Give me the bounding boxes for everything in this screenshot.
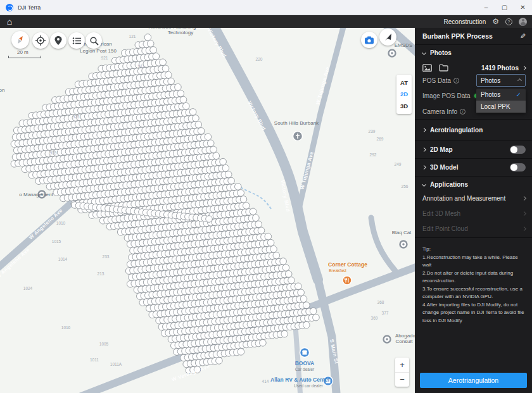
- app-bar: ⌂ Reconstruction ⚙ ?: [0, 15, 532, 28]
- pos-data-menu: Photos ✓ Local PPK: [476, 89, 526, 113]
- compass-icon: [15, 34, 26, 46]
- house-number: 911: [138, 64, 145, 68]
- minimize-button[interactable]: –: [477, 0, 495, 15]
- house-number: 1014: [58, 257, 68, 261]
- map-scale-bar: [8, 56, 41, 58]
- house-number: 256: [402, 184, 408, 189]
- section-aerotriangulation[interactable]: Aerotriangulation: [415, 120, 532, 140]
- view-mode-3d[interactable]: 3D: [400, 103, 408, 109]
- tip-title: Tip:: [422, 246, 527, 254]
- compass-button[interactable]: [11, 31, 29, 49]
- settings-gear-icon[interactable]: ⚙: [492, 18, 499, 25]
- section-label: 2D Map: [430, 146, 453, 153]
- poi-label: BOOVA: [295, 360, 315, 366]
- section-label: Aerotriangulation: [430, 127, 483, 134]
- section-3d-model[interactable]: 3D Model: [415, 159, 532, 176]
- house-number: 1015: [52, 239, 61, 244]
- info-icon[interactable]: i: [460, 109, 466, 115]
- house-number: 1011: [90, 358, 99, 362]
- tip-line: 3.To ensure successful reconstruction, u…: [422, 285, 527, 301]
- image-icon[interactable]: [422, 64, 432, 72]
- chevron-right-icon: [422, 165, 426, 170]
- dji-terra-logo-icon: [6, 4, 13, 11]
- chevron-right-icon: [522, 196, 526, 200]
- reconstruction-panel: Burbank PPK Process ✎ Photos 1419 Photos…: [415, 28, 532, 393]
- search-icon: [89, 36, 99, 46]
- house-number: 369: [371, 316, 378, 320]
- option-photos[interactable]: Photos ✓: [476, 89, 526, 101]
- poi-label: Legion Post 150: [80, 48, 117, 54]
- view-mode-2d[interactable]: 2D: [400, 90, 408, 97]
- title-bar: DJI Terra – ▢ ✕: [0, 0, 532, 15]
- pos-data-label: POS Data: [422, 77, 451, 84]
- poi-label: Breakfast: [329, 268, 346, 273]
- zoom-out-button[interactable]: −: [395, 373, 409, 387]
- zoom-in-button[interactable]: +: [395, 358, 409, 373]
- house-number: 1010: [56, 221, 66, 225]
- poi-label: Abogado: [395, 333, 415, 339]
- app-item-label: Annotation and Measurement: [422, 195, 505, 202]
- section-label: 3D Model: [430, 164, 458, 171]
- tip-box: Tip: 1.Reconstruction may take a while. …: [422, 246, 527, 325]
- photos-section-label: Photos: [430, 49, 452, 56]
- house-number: 1005: [99, 342, 109, 346]
- drone-cursor-icon: [383, 32, 393, 42]
- flight-route-button[interactable]: [379, 28, 396, 46]
- layers-list-button[interactable]: [68, 32, 85, 49]
- house-number: 377: [382, 311, 389, 315]
- map-pin-icon: [54, 35, 63, 46]
- 3d-model-toggle[interactable]: [510, 163, 526, 172]
- check-icon: ✓: [516, 91, 521, 98]
- app-annotation-measurement[interactable]: Annotation and Measurement: [415, 191, 532, 205]
- house-number: 935: [50, 151, 57, 155]
- app-item-label: Edit 3D Mesh: [422, 210, 460, 217]
- 2d-map-toggle[interactable]: [510, 146, 526, 154]
- view-mode-at[interactable]: AT: [400, 79, 408, 86]
- house-number: 921: [101, 56, 108, 60]
- option-label: Photos: [481, 91, 500, 98]
- pos-data-value: Photos: [481, 77, 500, 84]
- home-button[interactable]: ⌂: [0, 15, 19, 28]
- house-number: 249: [395, 162, 402, 166]
- chevron-right-icon: [522, 226, 526, 230]
- photo-count: 1419 Photos: [481, 65, 519, 72]
- poi-label: Used car dealer: [294, 384, 324, 388]
- house-number: 269: [377, 137, 384, 141]
- poi-label: Technology: [168, 30, 193, 35]
- edit-pencil-icon[interactable]: ✎: [520, 32, 526, 41]
- pos-data-dropdown[interactable]: Photos: [476, 74, 526, 87]
- camera-icon: [364, 36, 374, 44]
- aerotriangulation-button[interactable]: Aerotriangulation: [420, 373, 527, 388]
- section-applications[interactable]: Applications: [415, 177, 532, 192]
- project-title-row: Burbank PPK Process ✎: [415, 28, 532, 44]
- house-number: 414: [262, 379, 269, 384]
- maximize-button[interactable]: ▢: [495, 0, 514, 15]
- chevron-up-icon: [517, 78, 522, 82]
- house-number: 292: [370, 153, 377, 157]
- user-avatar[interactable]: [519, 18, 527, 26]
- app-item-label: Edit Point Cloud: [422, 225, 468, 232]
- close-button[interactable]: ✕: [514, 0, 532, 15]
- app-edit-point-cloud: Edit Point Cloud: [415, 221, 532, 235]
- section-2d-map[interactable]: 2D Map: [415, 141, 532, 158]
- chevron-right-icon: [422, 128, 426, 132]
- map-canvas[interactable]: Victory BlvdVictory BlvdVictory BlvdW Tu…: [0, 28, 415, 393]
- locate-icon: [35, 35, 46, 46]
- map-pin-button[interactable]: [50, 32, 66, 49]
- search-button[interactable]: [86, 32, 102, 49]
- photos-section-header[interactable]: Photos: [415, 45, 532, 60]
- poi-label: Blaq Cat: [392, 230, 412, 235]
- locate-button[interactable]: [32, 32, 49, 49]
- house-number: 1011A: [110, 362, 122, 366]
- info-icon[interactable]: i: [453, 78, 459, 84]
- help-icon[interactable]: ?: [505, 18, 512, 25]
- folder-icon[interactable]: [439, 64, 448, 72]
- image-pos-label: Image POS Data: [422, 92, 471, 99]
- option-local-ppk[interactable]: Local PPK: [476, 101, 526, 113]
- home-icon: ⌂: [7, 17, 12, 26]
- tip-line: 4.After importing files to DJI Modify, d…: [422, 301, 527, 325]
- applications-label: Applications: [430, 181, 468, 188]
- mode-label: Reconstruction: [444, 18, 486, 25]
- camera-views-button[interactable]: [361, 32, 377, 48]
- app-edit-3d-mesh: Edit 3D Mesh: [415, 206, 532, 220]
